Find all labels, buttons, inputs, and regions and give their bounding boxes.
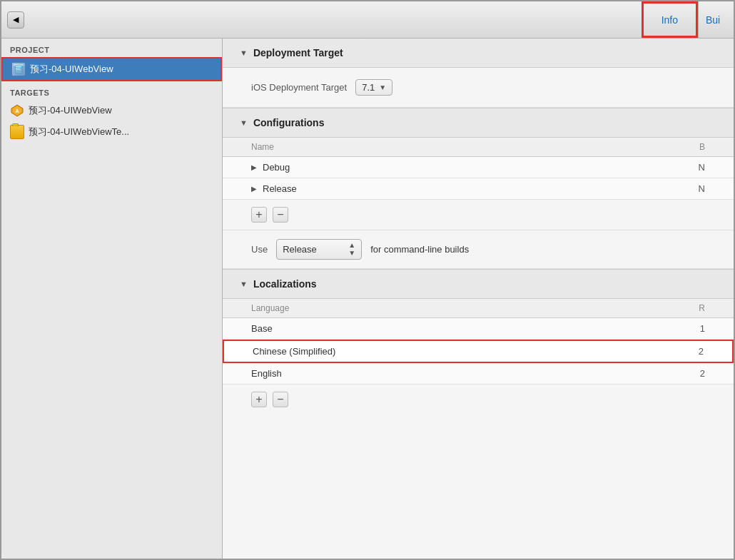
localizations-triangle-icon: ▼ [240,280,248,288]
deployment-target-label: iOS Deployment Target [251,82,347,93]
project-item-label: 预习-04-UIWebView [30,63,113,76]
deployment-section-header: ▼ Deployment Target [223,39,734,68]
config-debug-row[interactable]: ▶ Debug N [223,157,734,178]
use-select-dropdown[interactable]: Release ▲ ▼ [276,239,362,260]
config-debug-name: Debug [263,162,662,173]
loc-plus-minus-row: + − [223,385,734,414]
deployment-target-dropdown[interactable]: 7.1 ▼ [355,79,392,96]
config-b-col-header: B [662,142,705,152]
loc-english-count: 2 [676,368,705,379]
deployment-section-title: Deployment Target [253,47,343,58]
loc-english-row[interactable]: English 2 [223,363,734,385]
use-label: Use [251,244,268,255]
configurations-triangle-icon: ▼ [240,118,248,127]
configurations-section-title: Configurations [253,117,325,128]
config-add-button[interactable]: + [251,207,267,223]
deployment-target-row: iOS Deployment Target 7.1 ▼ [223,68,734,108]
config-debug-value: N [662,162,705,173]
svg-text:A: A [15,108,19,113]
config-release-row[interactable]: ▶ Release N [223,178,734,200]
loc-chinese-language: Chinese (Simplified) [253,346,675,357]
loc-remove-button[interactable]: − [273,392,288,407]
config-header-row: Name B [223,138,734,157]
svg-rect-3 [16,69,21,70]
config-plus-minus-row: + − [223,200,734,230]
svg-rect-1 [16,66,21,67]
tab-build[interactable]: Bui [698,1,734,38]
toolbar-tabs: Info Bui [642,1,734,38]
tab-info[interactable]: Info [642,1,698,38]
main-layout: PROJECT 预习-04-UIWebView TARGETS A [1,39,734,559]
loc-base-count: 1 [676,323,705,334]
loc-base-language: Base [251,323,676,334]
loc-r-col-header: R [676,303,705,313]
use-select-value: Release [283,244,344,255]
config-name-col-header: Name [251,142,662,152]
sidebar-item-project[interactable]: 预习-04-UIWebView [1,57,222,81]
debug-expand-icon: ▶ [251,163,257,171]
loc-chinese-row[interactable]: Chinese (Simplified) 2 [223,340,734,363]
project-file-icon [11,62,26,76]
localizations-table: Language R Base 1 Chinese (Simplified) 2… [223,299,734,385]
config-release-value: N [662,183,705,194]
back-button[interactable]: ◀ [7,11,24,29]
configurations-table: Name B ▶ Debug N ▶ Release N [223,138,734,200]
targets-section-label: TARGETS [1,81,222,100]
folder-icon [10,125,24,139]
up-down-arrows-icon: ▲ ▼ [348,242,355,257]
loc-language-col-header: Language [251,303,676,313]
deployment-target-value: 7.1 [362,82,375,93]
svg-rect-2 [16,68,20,68]
use-description: for command-line builds [370,244,469,255]
project-section-label: PROJECT [1,39,222,57]
chevron-down-icon: ▼ [379,83,386,91]
content-area: ▼ Deployment Target iOS Deployment Targe… [223,39,734,559]
target2-label: 预习-04-UIWebViewTe... [29,126,129,138]
loc-english-language: English [251,368,676,379]
deployment-triangle-icon: ▼ [240,49,248,57]
release-expand-icon: ▶ [251,185,257,193]
target-app-icon: A [10,103,24,118]
localizations-section-title: Localizations [253,278,317,290]
localizations-section-header: ▼ Localizations [223,269,734,299]
target1-label: 预习-04-UIWebView [29,104,112,117]
sidebar: PROJECT 预习-04-UIWebView TARGETS A [1,39,223,559]
loc-header-row: Language R [223,299,734,318]
toolbar: ◀ Info Bui [1,1,734,39]
config-remove-button[interactable]: − [273,207,288,223]
configurations-section-header: ▼ Configurations [223,108,734,138]
sidebar-item-target1[interactable]: A 预习-04-UIWebView [1,100,222,121]
loc-chinese-count: 2 [675,346,704,357]
loc-base-row[interactable]: Base 1 [223,318,734,340]
use-row: Use Release ▲ ▼ for command-line builds [223,230,734,269]
loc-add-button[interactable]: + [251,392,267,407]
sidebar-item-target2[interactable]: 预习-04-UIWebViewTe... [1,121,222,143]
config-release-name: Release [263,183,662,194]
